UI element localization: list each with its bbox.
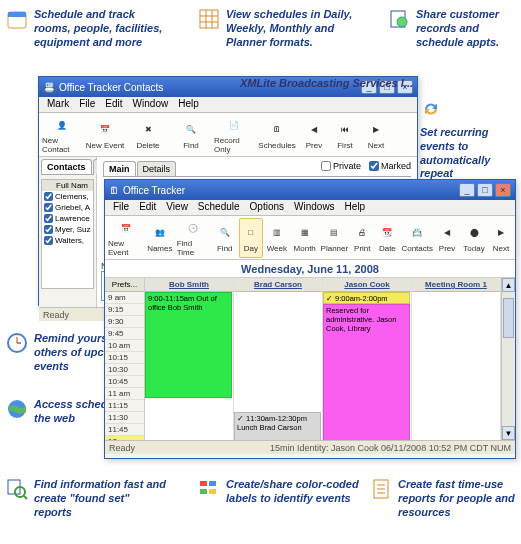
svg-rect-1 (8, 12, 26, 17)
menu-window[interactable]: Window (129, 97, 173, 112)
contacts-button[interactable]: 📇Contacts (400, 218, 434, 258)
find-time-button[interactable]: 🕒Find Time (176, 218, 211, 258)
new-contact-button[interactable]: 👤New Contact (41, 115, 83, 155)
report-icon (370, 478, 392, 500)
tab-details[interactable]: Details (137, 161, 177, 176)
menu-view[interactable]: View (162, 200, 192, 215)
new-event-button[interactable]: 📅New Event (84, 115, 126, 155)
tab-main[interactable]: Main (103, 161, 136, 176)
schedule-grid: Prefs... 9 am9:159:309:4510 am10:1510:30… (105, 278, 515, 440)
time-slot: 10 am (105, 340, 144, 352)
menu-edit[interactable]: Edit (101, 97, 126, 112)
first-button[interactable]: ⏮First (330, 115, 360, 155)
calendar-icon (6, 8, 28, 30)
contacts-toolbar: 👤New Contact 📅New Event ✖Delete 🔍Find 📄R… (39, 113, 417, 157)
event-jason-head[interactable]: ✓ 9:00am-2:00pm (323, 292, 410, 304)
clock-icon (6, 332, 28, 354)
contact-list[interactable]: Full Nam Clemens, Griebel, A Lawrence My… (41, 179, 94, 289)
time-slot: 10:15 (105, 352, 144, 364)
list-item[interactable]: Myer, Suz (42, 224, 93, 235)
svg-point-8 (397, 17, 407, 27)
marked-checkbox[interactable]: Marked (369, 161, 411, 171)
column-bob[interactable]: Bob Smith 9:00-11:15am Out of office Bob… (145, 278, 234, 440)
find-button[interactable]: 🔍Find (170, 115, 212, 155)
time-slot: 11:15 (105, 400, 144, 412)
prefs-button[interactable]: Prefs... (105, 278, 144, 292)
find-button[interactable]: 🔍Find (212, 218, 238, 258)
menu-file[interactable]: File (109, 200, 133, 215)
schedules-button[interactable]: 🗓Schedules (256, 115, 298, 155)
menu-options[interactable]: Options (246, 200, 288, 215)
time-slot: 10:30 (105, 364, 144, 376)
menu-help[interactable]: Help (341, 200, 370, 215)
event-jason[interactable]: Reserved for administrative. Jason Cook,… (323, 304, 410, 440)
tracker-toolbar: 📅New Event 👥Names 🕒Find Time 🔍Find □Day … (105, 216, 515, 260)
status-ready: Ready (109, 443, 135, 453)
contact-heading: XMLite Broadcasting Services I... (240, 77, 413, 89)
delete-button[interactable]: ✖Delete (127, 115, 169, 155)
app-icon: 🗓 (109, 185, 119, 196)
list-item[interactable]: Lawrence (42, 213, 93, 224)
column-meeting-room[interactable]: Meeting Room 1 (412, 278, 501, 440)
list-item[interactable]: Griebel, A (42, 202, 93, 213)
planner-button[interactable]: ▤Planner (320, 218, 350, 258)
time-slot: 12 pm (105, 436, 144, 440)
time-slot: 9:45 (105, 328, 144, 340)
time-slot: 9:30 (105, 316, 144, 328)
column-jason[interactable]: Jason Cook ✓ 9:00am-2:00pm Reserved for … (323, 278, 412, 440)
svg-line-15 (24, 496, 27, 499)
record-only-button[interactable]: 📄Record Only (213, 115, 255, 155)
week-button[interactable]: ▥Week (264, 218, 290, 258)
menu-mark[interactable]: Mark (43, 97, 73, 112)
private-checkbox[interactable]: Private (321, 161, 361, 171)
print-button[interactable]: 🖨Print (350, 218, 374, 258)
event-brad[interactable]: ✓ 11:30am-12:30pm Lunch Brad Carson (234, 412, 321, 440)
menu-windows[interactable]: Windows (290, 200, 339, 215)
refresh-icon (420, 98, 442, 120)
svg-rect-19 (209, 489, 216, 494)
date-button[interactable]: 📆Date (375, 218, 399, 258)
prev-button[interactable]: ◀Prev (299, 115, 329, 155)
list-item[interactable]: Clemens, (42, 191, 93, 202)
today-button[interactable]: ⬤Today (460, 218, 488, 258)
status-text: Ready (43, 310, 69, 320)
contacts-menubar: Mark File Edit Window Help (39, 97, 417, 113)
feature-schedule-track: Schedule and track rooms, people, facili… (6, 8, 169, 49)
svg-rect-18 (200, 489, 207, 494)
column-brad[interactable]: Brad Carson ✓ 11:30am-12:30pm Lunch Brad… (234, 278, 323, 440)
new-event-button[interactable]: 📅New Event (107, 218, 144, 258)
minimize-button[interactable]: _ (459, 183, 475, 197)
month-button[interactable]: ▦Month (291, 218, 319, 258)
tracker-menubar: File Edit View Schedule Options Windows … (105, 200, 515, 216)
close-button[interactable]: × (495, 183, 511, 197)
list-item[interactable]: Walters, (42, 235, 93, 246)
tracker-window: 🗓Office Tracker _ □ × File Edit View Sch… (104, 179, 516, 459)
feature-find: Find information fast and create "found … (6, 478, 169, 519)
menu-schedule[interactable]: Schedule (194, 200, 244, 215)
day-button[interactable]: □Day (239, 218, 263, 258)
time-column: Prefs... 9 am9:159:309:4510 am10:1510:30… (105, 278, 145, 440)
vertical-scrollbar[interactable]: ▲ ▼ (501, 278, 515, 440)
names-button[interactable]: 👥Names (145, 218, 175, 258)
time-slot: 9 am (105, 292, 144, 304)
tracker-titlebar[interactable]: 🗓Office Tracker _ □ × (105, 180, 515, 200)
svg-rect-16 (200, 481, 207, 486)
scroll-up-button[interactable]: ▲ (502, 278, 515, 292)
tab-contacts[interactable]: Contacts (41, 159, 92, 174)
scroll-thumb[interactable] (503, 298, 514, 338)
time-slot: 11:30 (105, 412, 144, 424)
menu-help[interactable]: Help (174, 97, 203, 112)
globe-icon (6, 398, 28, 420)
scroll-down-button[interactable]: ▼ (502, 426, 515, 440)
find-icon (6, 478, 28, 500)
menu-file[interactable]: File (75, 97, 99, 112)
maximize-button[interactable]: □ (477, 183, 493, 197)
svg-rect-2 (200, 10, 218, 28)
event-bob[interactable]: 9:00-11:15am Out of office Bob Smith (145, 292, 232, 398)
next-button[interactable]: ▶Next (361, 115, 391, 155)
labels-icon (198, 478, 220, 500)
next-button[interactable]: ▶Next (489, 218, 513, 258)
menu-edit[interactable]: Edit (135, 200, 160, 215)
feature-recurring: Set recurring events to automatically re… (420, 98, 510, 181)
prev-button[interactable]: ◀Prev (435, 218, 459, 258)
